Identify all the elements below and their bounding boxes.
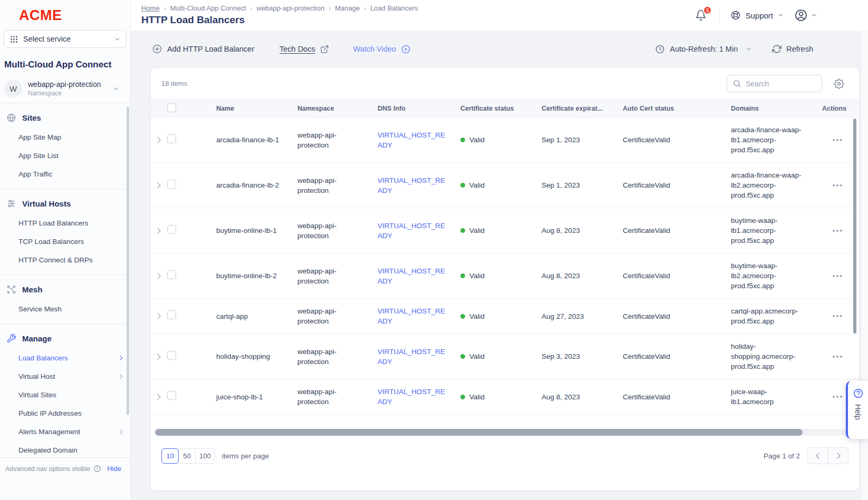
table-body: arcadia-finance-lb-1 webapp-api-protecti… xyxy=(151,117,859,426)
row-expand-chevron-icon[interactable] xyxy=(155,273,160,279)
namespace-selector[interactable]: W webapp-api-protection Namespace xyxy=(4,77,126,103)
table-row: cartql-app webapp-api-protection VIRTUAL… xyxy=(151,299,859,334)
breadcrumb-multi-cloud-app-connect[interactable]: Multi-Cloud App Connect xyxy=(170,4,246,12)
dns-info-link[interactable]: VIRTUAL_HOST_READY xyxy=(378,130,447,150)
table-horizontal-scrollbar-thumb[interactable] xyxy=(155,429,803,436)
row-expand-chevron-icon[interactable] xyxy=(155,394,160,399)
add-http-load-balancer-button[interactable]: Add HTTP Load Balancer xyxy=(152,44,254,54)
row-checkbox[interactable] xyxy=(167,134,176,143)
row-actions-button[interactable] xyxy=(831,182,844,189)
auto-refresh-dropdown[interactable]: Auto-Refresh: 1 Min xyxy=(655,44,752,54)
section-sites-header: Sites xyxy=(0,106,130,128)
row-expand-chevron-icon[interactable] xyxy=(155,313,160,319)
sidebar-item-http-load-balancers[interactable]: HTTP Load Balancers xyxy=(0,214,130,232)
dns-info-link[interactable]: VIRTUAL_HOST_READY xyxy=(378,221,447,241)
lb-name: arcadia-finance-lb-2 xyxy=(210,180,291,190)
page-size-50-button[interactable]: 50 xyxy=(178,448,196,464)
row-actions-button[interactable] xyxy=(831,313,844,319)
sidebar: ACME Select service Multi-Cloud App Conn… xyxy=(0,0,131,500)
row-checkbox[interactable] xyxy=(167,270,176,279)
row-expand-chevron-icon[interactable] xyxy=(155,182,160,188)
table-search[interactable] xyxy=(727,75,822,92)
account-menu[interactable] xyxy=(794,8,817,22)
sidebar-item-tcp-load-balancers[interactable]: TCP Load Balancers xyxy=(0,232,130,251)
row-expand-chevron-icon[interactable] xyxy=(155,228,160,233)
tech-docs-label: Tech Docs xyxy=(279,45,315,53)
table-settings-gear-icon[interactable] xyxy=(834,79,844,89)
search-input[interactable] xyxy=(746,80,816,88)
breadcrumb-manage[interactable]: Manage xyxy=(335,4,360,12)
row-actions-button[interactable] xyxy=(831,273,844,279)
lb-namespace: webapp-api-protection xyxy=(291,306,371,326)
dns-info-link[interactable]: VIRTUAL_HOST_READY xyxy=(378,347,447,367)
lb-name: cartql-app xyxy=(210,311,291,321)
section-virtual-hosts-header: Virtual Hosts xyxy=(0,192,130,214)
column-header-name: Name xyxy=(210,105,291,112)
row-actions-button[interactable] xyxy=(831,354,844,360)
select-all-checkbox[interactable] xyxy=(167,103,176,112)
namespace-type-label: Namespace xyxy=(28,90,107,97)
certificate-status: Valid xyxy=(469,180,485,190)
row-checkbox[interactable] xyxy=(167,351,176,360)
section-title: Virtual Hosts xyxy=(22,199,71,208)
advanced-nav-label: Advanced nav options visible xyxy=(5,465,90,473)
notifications-button[interactable]: 5 xyxy=(693,7,709,23)
sidebar-item-service-mesh[interactable]: Service Mesh xyxy=(0,300,130,318)
row-checkbox[interactable] xyxy=(167,391,176,400)
chevron-right-icon xyxy=(834,453,840,458)
grid-icon xyxy=(9,35,18,44)
sidebar-item-app-site-map[interactable]: App Site Map xyxy=(0,128,130,146)
tech-docs-link[interactable]: Tech Docs xyxy=(279,45,329,54)
chevron-right-icon xyxy=(118,429,123,435)
breadcrumb-home[interactable]: Home xyxy=(141,4,160,12)
previous-page-button[interactable] xyxy=(808,448,828,464)
dns-info-link[interactable]: VIRTUAL_HOST_READY xyxy=(378,266,447,286)
watch-video-link[interactable]: Watch Video xyxy=(353,44,411,54)
row-checkbox[interactable] xyxy=(167,310,176,319)
breadcrumb-namespace[interactable]: webapp-api-protection xyxy=(257,4,325,12)
row-actions-button[interactable] xyxy=(831,137,844,143)
dns-info-link[interactable]: VIRTUAL_HOST_READY xyxy=(378,306,447,326)
sidebar-item-app-site-list[interactable]: App Site List xyxy=(0,146,130,165)
row-expand-chevron-icon[interactable] xyxy=(155,354,160,359)
hide-nav-link[interactable]: Hide xyxy=(107,465,121,473)
row-checkbox[interactable] xyxy=(167,180,176,189)
table-row: holiday-shopping webapp-api-protection V… xyxy=(151,334,859,379)
sidebar-item-public-ip-addresses[interactable]: Public IP Addresses xyxy=(0,404,130,423)
dns-info-link[interactable]: VIRTUAL_HOST_READY xyxy=(378,387,447,407)
help-tab[interactable]: Help xyxy=(846,381,868,439)
table-vertical-scrollbar-thumb[interactable] xyxy=(853,119,856,334)
breadcrumb-load-balancers[interactable]: Load Balancers xyxy=(370,4,418,12)
table-row: buytime-online-lb-2 webapp-api-protectio… xyxy=(151,253,859,299)
sidebar-item-alerts-management[interactable]: Alerts Management xyxy=(0,423,130,441)
row-checkbox[interactable] xyxy=(167,225,176,234)
column-header-dns-info: DNS Info xyxy=(371,105,454,112)
page-size-10-button[interactable]: 10 xyxy=(161,448,179,464)
wrench-icon xyxy=(6,334,16,344)
sidebar-item-virtual-host[interactable]: Virtual Host xyxy=(0,367,130,386)
refresh-button[interactable]: Refresh xyxy=(772,44,813,54)
dns-info-link[interactable]: VIRTUAL_HOST_READY xyxy=(378,175,447,195)
row-expand-chevron-icon[interactable] xyxy=(155,137,160,143)
service-selector[interactable]: Select service xyxy=(4,30,127,48)
breadcrumb-separator-icon: › xyxy=(164,5,166,12)
sidebar-item-load-balancers[interactable]: Load Balancers xyxy=(0,349,130,367)
section-title: Manage xyxy=(22,334,52,343)
sidebar-item-virtual-sites[interactable]: Virtual Sites xyxy=(0,386,130,404)
certificate-status: Valid xyxy=(469,135,485,145)
search-icon xyxy=(732,79,741,88)
column-header-domains: Domains xyxy=(725,105,816,112)
certificate-status: Valid xyxy=(469,351,485,361)
section-title: Mesh xyxy=(22,285,42,294)
support-menu[interactable]: Support xyxy=(730,10,784,21)
lb-name: buytime-online-lb-2 xyxy=(210,271,291,281)
row-actions-button[interactable] xyxy=(831,394,844,400)
domains: juice-waap-lb1.acmecorp xyxy=(725,387,816,407)
row-actions-button[interactable] xyxy=(831,228,844,234)
next-page-button[interactable] xyxy=(828,448,848,464)
sidebar-scrollbar-thumb[interactable] xyxy=(127,107,129,415)
page-size-100-button[interactable]: 100 xyxy=(195,448,215,464)
sidebar-item-app-traffic[interactable]: App Traffic xyxy=(0,165,130,183)
notification-badge: 5 xyxy=(703,6,712,15)
sidebar-item-http-connect-drps[interactable]: HTTP Connect & DRPs xyxy=(0,251,130,269)
